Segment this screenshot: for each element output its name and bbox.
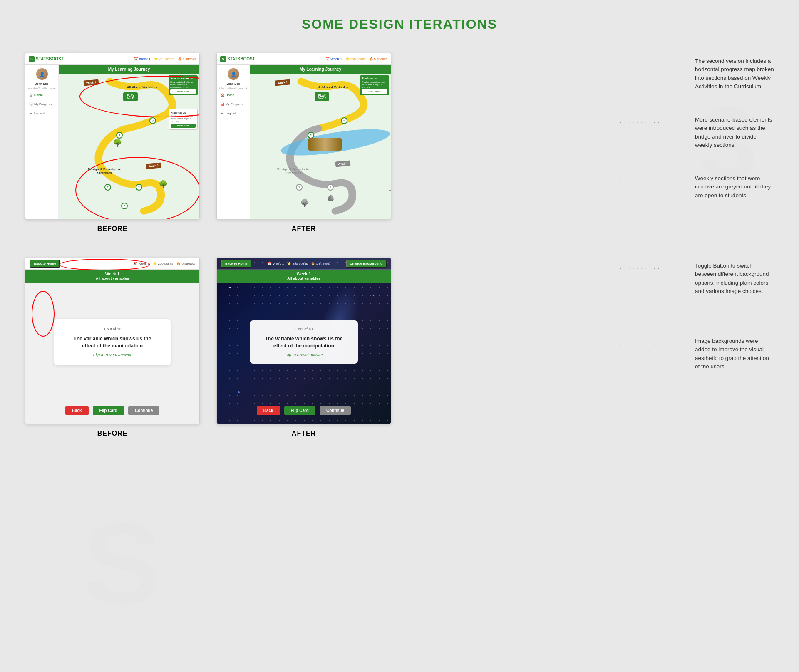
fc-continue-btn[interactable]: Continue <box>128 406 159 415</box>
red-oval-left <box>32 291 55 337</box>
node-2[interactable]: ? <box>116 132 123 139</box>
nav-progress-after[interactable]: 📊 My Progress <box>217 100 250 108</box>
topic2-label: Design & Descriptive Statistics <box>84 167 125 175</box>
node-4[interactable]: ? <box>136 184 142 191</box>
tree-1: 🌳 <box>113 138 122 147</box>
fc-continue-btn-after[interactable]: Continue <box>320 406 351 415</box>
sb-week: 📅 Week 1 <box>134 57 150 61</box>
sb-body: 👤 John Doe john.doe@mail.bcu.ac.uk 🏠 Hom… <box>25 65 199 219</box>
flashcards-panel-after: Flashcards Revise important you have lea… <box>360 75 389 95</box>
flashcards-view-more-btn-after[interactable]: View More <box>362 89 387 94</box>
annotation-line-2 <box>389 155 391 155</box>
fc-flip-hint-after: Flip to reveal answer <box>260 352 348 357</box>
star-particle-3 <box>238 391 240 393</box>
user-name-after: John Doe <box>227 82 240 85</box>
fc-question: The variable which shows us the effect o… <box>67 335 158 350</box>
sb-logo-text: STATSBOOST <box>36 57 64 61</box>
fc-card-before: 1 out of 10 The variable which shows us … <box>54 319 171 366</box>
fc-question-after: The variable which shows us the effect o… <box>260 335 348 350</box>
nav-logout[interactable]: ↩ Log out <box>25 109 58 117</box>
sb-logo-after: S STATSBOOST <box>220 56 255 62</box>
fc-flip-btn[interactable]: Flip Card <box>93 406 124 415</box>
sb-streaks: 🔥 5 streaks <box>178 57 196 61</box>
panel-view-more-btn[interactable]: View More <box>170 89 196 94</box>
node-3[interactable]: ? <box>104 184 111 191</box>
fc-week-sub: All about variables <box>27 276 197 280</box>
nav-logout-after[interactable]: ↩ Log out <box>217 109 250 117</box>
user-email: john.doe@mail.bcu.ac.uk <box>28 87 56 89</box>
logout-icon-after: ↩ <box>220 111 224 115</box>
fc-back-btn-card-after[interactable]: Back <box>257 406 280 415</box>
sb-logo: S STATSBOOST <box>29 56 64 62</box>
fc-buttons-after: Back Flip Card Continue <box>217 402 391 424</box>
panel-title: Announcements <box>170 77 196 80</box>
after-label-2: AFTER <box>292 430 316 437</box>
fc-back-to-home-btn[interactable]: Back to Home <box>30 260 60 268</box>
sb-body-after: 👤 John Doe john.doe@mail.bcu.ac.uk 🏠 Hom… <box>217 65 391 219</box>
panel-text: Stay updated with key notifications and … <box>170 81 196 88</box>
sb-sidebar: 👤 John Doe john.doe@mail.bcu.ac.uk 🏠 Hom… <box>25 65 59 219</box>
node-5[interactable]: ? <box>121 203 128 209</box>
avatar-after: 👤 <box>228 68 239 80</box>
annotation-line-3 <box>389 190 391 191</box>
fc-flip-btn-after[interactable]: Flip Card <box>284 406 315 415</box>
fc-card-after: 1 out of 10 The variable which shows us … <box>250 320 358 364</box>
sb-main: My Learning Journey Week 1 <box>59 65 199 219</box>
sb-map-area: Week 1 All About Variables PLAY Sep 12 <box>59 74 199 219</box>
fc-after-app: Back to Home 📅 Week 1 ⭐ 250 points 🔥 5 s… <box>217 258 391 424</box>
comparison-row-1: S STATSBOOST 📅 Week 1 ⭐ 250 po <box>25 53 774 233</box>
sb-banner: My Learning Journey <box>59 65 199 74</box>
flashcards-text-after: Revise important you have learnt in your… <box>362 81 387 88</box>
annotation-line-1 <box>389 109 391 109</box>
sb-streaks-after: 🔥 5 streaks <box>369 57 387 61</box>
screenshots-row-1: S STATSBOOST 📅 Week 1 ⭐ 250 po <box>25 53 682 233</box>
before-container-1: S STATSBOOST 📅 Week 1 ⭐ 250 po <box>25 53 200 233</box>
tree-grey-1: 🌳 <box>300 198 309 208</box>
node-3-after: ? <box>296 184 303 191</box>
fc-week-banner-before: Week 1 All about variables <box>25 270 199 283</box>
fc-week-title-after: Week 1 <box>219 272 389 276</box>
fc-card-area-before: 1 out of 10 The variable which shows us … <box>25 283 199 402</box>
bridge <box>308 138 342 151</box>
home-icon-after: 🏠 <box>220 93 224 97</box>
flashcards-panel: Flashcards Revise important you have lea… <box>169 109 198 130</box>
annotations-col-1: The second version includes a horizontal… <box>682 53 774 211</box>
flashcards-view-more-btn[interactable]: View More <box>171 124 196 128</box>
avatar-inner: 👤 <box>36 68 48 80</box>
fc-topbar-before: Back to Home 📅 Week 1 ⭐ 250 points 🔥 5 s… <box>25 258 199 270</box>
fc-counter: 1 out of 10 <box>67 327 158 331</box>
flashcards-title-after: Flashcards <box>362 77 387 80</box>
home-icon: 🏠 <box>29 93 33 97</box>
topic2-label-after: Design & Descriptive Statistics <box>273 167 315 175</box>
annotation-4: Toggle Button to switch between differen… <box>695 262 774 295</box>
sb-before-app: S STATSBOOST 📅 Week 1 ⭐ 250 po <box>25 53 199 219</box>
screenshots-row-2: Back to Home 📅 Week 1 ⭐ 250 points 🔥 5 s… <box>25 258 682 437</box>
sb-main-after: My Learning Journey <box>250 65 391 219</box>
node-2-after[interactable]: ? <box>308 132 314 139</box>
fc-topbar-after: Back to Home 📅 Week 1 ⭐ 250 points 🔥 5 s… <box>217 258 391 270</box>
progress-icon-after: 📊 <box>220 102 224 106</box>
sb-points: ⭐ 250 points <box>154 57 174 61</box>
fc-back-btn[interactable]: Back <box>65 406 89 415</box>
page-title: SOME DESIGN ITERATIONS <box>25 17 774 32</box>
fc-week-title: Week 1 <box>27 272 197 276</box>
play-button-after[interactable]: PLAY Sep 12 <box>315 92 329 101</box>
before-frame-2: Back to Home 📅 Week 1 ⭐ 250 points 🔥 5 s… <box>25 258 200 424</box>
before-label-2: BEFORE <box>97 430 128 437</box>
fc-stats-after: 📅 Week 1 ⭐ 250 points 🔥 5 streaks <box>268 262 330 265</box>
nav-progress[interactable]: 📊 My Progress <box>25 100 58 108</box>
fc-buttons-before: Back Flip Card Continue <box>25 402 199 424</box>
fc-change-bg-btn[interactable]: Change Background <box>346 260 387 268</box>
nav-home-after[interactable]: 🏠 Home <box>217 91 250 99</box>
node-1[interactable]: ? <box>149 117 156 124</box>
fc-week-banner-after: Week 1 All about variables <box>217 270 391 283</box>
play-button[interactable]: PLAY Sep 12 <box>123 92 138 101</box>
annotation-3: Weekly sections that were inactive are g… <box>695 174 774 200</box>
fc-counter-after: 1 out of 10 <box>260 327 348 331</box>
sb-week-after: 📅 Week 1 <box>325 57 342 61</box>
nav-home[interactable]: 🏠 Home <box>25 91 58 99</box>
star-particle-2 <box>373 295 374 296</box>
progress-icon: 📊 <box>29 102 33 106</box>
fc-back-btn-after[interactable]: Back to Home <box>221 260 251 268</box>
node-1-after[interactable]: ? <box>341 117 347 124</box>
